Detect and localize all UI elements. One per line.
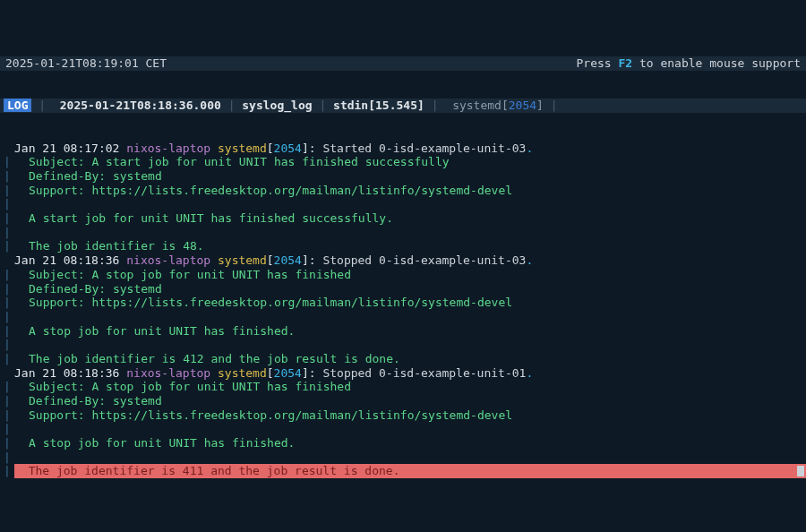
process-name: systemd <box>452 99 502 112</box>
tab-bar[interactable]: LOG | 2025-01-21T08:18:36.000 | syslog_l… <box>0 99 806 113</box>
log-body-line[interactable]: |The job identifier is 48. <box>0 239 806 253</box>
log-body-line[interactable]: |Support: https://lists.freedesktop.org/… <box>0 184 806 198</box>
stdin-indicator: stdin[15.545] <box>333 99 424 112</box>
log-highlighted-line[interactable]: | The job identifier is 411 and the job … <box>0 464 806 478</box>
f2-key-hint: F2 <box>619 56 633 70</box>
log-blank-line: | <box>0 197 806 211</box>
source-name[interactable]: syslog_log <box>242 99 312 112</box>
log-blank-line: | <box>0 310 806 324</box>
log-body-line[interactable]: |A stop job for unit UNIT has finished. <box>0 436 806 450</box>
log-header-line[interactable]: Jan 21 08:18:36 nixos-laptop systemd[205… <box>0 253 806 268</box>
mouse-hint: Press F2 to enable mouse support <box>577 56 801 71</box>
log-body-line[interactable]: |Support: https://lists.freedesktop.org/… <box>0 296 806 310</box>
log-body-line[interactable]: |Subject: A stop job for unit UNIT has f… <box>0 268 806 282</box>
log-header-line[interactable]: Jan 21 08:17:02 nixos-laptop systemd[205… <box>0 142 806 156</box>
log-blank-line: | <box>0 450 806 465</box>
log-body-line[interactable]: |Defined-By: systemd <box>0 282 806 296</box>
log-body-line[interactable]: |Subject: A stop job for unit UNIT has f… <box>0 380 806 394</box>
clock-timestamp: 2025-01-21T08:19:01 CET <box>5 56 167 71</box>
log-blank-line: | <box>0 422 806 436</box>
log-body-line[interactable]: |Defined-By: systemd <box>0 169 806 184</box>
process-pid: 2054 <box>509 99 536 112</box>
log-blank-line: | <box>0 226 806 240</box>
log-body-line[interactable]: |A start job for unit UNIT has finished … <box>0 211 806 226</box>
current-timestamp: 2025-01-21T08:18:36.000 <box>60 99 221 112</box>
log-viewport[interactable]: Jan 21 08:17:02 nixos-laptop systemd[205… <box>0 142 806 532</box>
log-body-line[interactable]: |Defined-By: systemd <box>0 394 806 408</box>
log-mode-badge[interactable]: LOG <box>4 99 31 112</box>
log-header-line[interactable]: Jan 21 08:18:36 nixos-laptop systemd[205… <box>0 366 806 381</box>
log-body-line[interactable]: |A stop job for unit UNIT has finished. <box>0 324 806 339</box>
log-blank-line: | <box>0 338 806 352</box>
log-body-line[interactable]: |Support: https://lists.freedesktop.org/… <box>0 408 806 423</box>
log-body-line[interactable]: |Subject: A start job for unit UNIT has … <box>0 155 806 169</box>
log-body-line[interactable]: |The job identifier is 412 and the job r… <box>0 352 806 366</box>
top-status-bar: 2025-01-21T08:19:01 CET Press F2 to enab… <box>0 56 806 71</box>
scrollbar-thumb[interactable] <box>797 466 804 476</box>
